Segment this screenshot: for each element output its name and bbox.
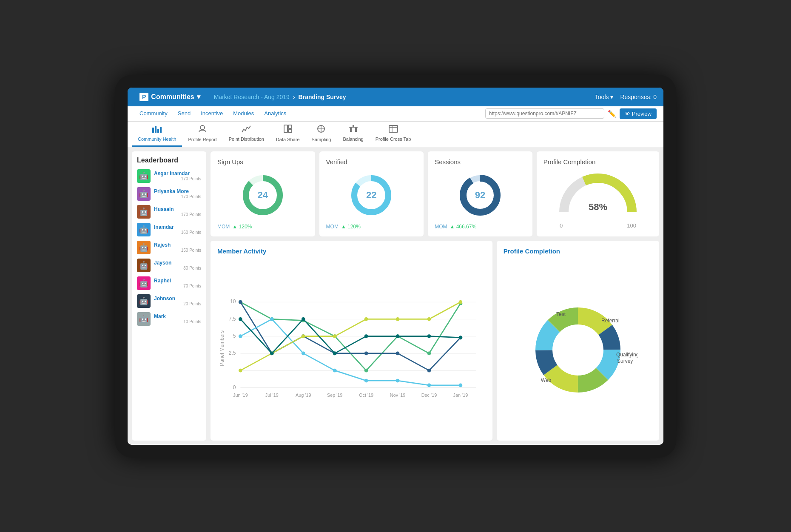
list-item: 🤖 Rajesh 150 Points: [137, 241, 201, 254]
svg-point-78: [270, 351, 274, 355]
svg-text:Jul '19: Jul '19: [265, 393, 279, 398]
gauge-title: Profile Completion: [543, 158, 652, 165]
balancing-icon: [349, 125, 358, 135]
leader-points: 170 Points: [154, 176, 201, 181]
edit-icon[interactable]: ✏️: [608, 110, 616, 118]
nav-analytics[interactable]: Analytics: [259, 106, 291, 121]
verified-mom[interactable]: MOM: [326, 224, 339, 230]
svg-text:5: 5: [233, 333, 236, 339]
svg-rect-14: [353, 125, 354, 127]
svg-rect-3: [160, 127, 162, 133]
svg-rect-5: [284, 125, 287, 133]
signups-trend: ▲ 120%: [232, 224, 252, 230]
breadcrumb-link[interactable]: Market Research - Aug 2019: [214, 94, 290, 100]
nav-modules[interactable]: Modules: [228, 106, 259, 121]
tab-community-health-label: Community Health: [138, 137, 176, 142]
svg-point-73: [364, 317, 368, 321]
list-item: 🤖 Inamdar 160 Points: [137, 223, 201, 236]
gauge-min: 0: [560, 222, 563, 229]
svg-text:Dec '19: Dec '19: [421, 393, 437, 398]
svg-point-57: [364, 351, 368, 355]
gauge-max: 100: [627, 222, 636, 229]
leader-points: 170 Points: [154, 212, 201, 217]
tab-data-share-label: Data Share: [276, 137, 300, 142]
gauge-labels: 0 100: [560, 222, 636, 229]
svg-rect-11: [349, 127, 358, 128]
stats-row: Sign Ups 24 MOM ▲ 120%: [211, 151, 659, 236]
leader-points: 70 Points: [154, 284, 201, 288]
eye-icon: 👁: [625, 111, 630, 117]
svg-point-62: [270, 317, 274, 321]
verified-card: Verified 22 MOM ▲ 120%: [319, 151, 424, 236]
sessions-mom[interactable]: MOM: [435, 224, 447, 230]
svg-point-89: [555, 327, 601, 373]
svg-text:Referral: Referral: [601, 318, 620, 324]
verified-title: Verified: [326, 158, 417, 165]
chart-title: Member Activity: [217, 248, 486, 255]
list-item: 🤖 Raphel 70 Points: [137, 276, 201, 290]
avatar: 🤖: [137, 187, 151, 201]
svg-rect-13: [355, 128, 357, 132]
profile-completion-donut-card: Profile Completion: [497, 241, 659, 441]
tab-sampling[interactable]: Sampling: [306, 121, 337, 147]
avatar: 🤖: [137, 241, 151, 254]
svg-text:Web: Web: [541, 377, 552, 383]
svg-point-75: [427, 317, 431, 321]
verified-trend: ▲ 120%: [341, 224, 361, 230]
breadcrumb: Market Research - Aug 2019 › Branding Su…: [214, 94, 595, 100]
tab-point-distribution[interactable]: Point Distribution: [223, 121, 270, 147]
community-health-icon: [152, 125, 162, 135]
tab-community-health[interactable]: Community Health: [132, 121, 182, 147]
profile-donut-container: Test Referral Qualifying Survey Web: [504, 258, 652, 434]
data-share-icon: [284, 125, 292, 135]
svg-point-49: [364, 368, 368, 372]
profile-completion-gauge-card: Profile Completion 58% 0 1: [537, 151, 659, 236]
leader-points: 150 Points: [154, 248, 201, 253]
tab-balancing[interactable]: Balancing: [337, 121, 369, 147]
verified-value: 22: [366, 190, 376, 201]
nav-community[interactable]: Community: [134, 106, 173, 121]
signups-mom[interactable]: MOM: [217, 224, 230, 230]
nav-incentive[interactable]: Incentive: [196, 106, 228, 121]
sessions-trend: ▲ 466.67%: [450, 224, 476, 230]
device-frame: P Communities ▾ Market Research - Aug 20…: [115, 75, 676, 458]
signups-card: Sign Ups 24 MOM ▲ 120%: [211, 151, 315, 236]
svg-point-67: [427, 383, 431, 387]
nav-send[interactable]: Send: [173, 106, 196, 121]
avatar: 🤖: [137, 276, 151, 290]
sessions-card: Sessions 92 MOM ▲ 466.67%: [428, 151, 532, 236]
communities-button[interactable]: P Communities ▾: [134, 90, 205, 104]
tab-profile-report-label: Profile Report: [188, 137, 216, 142]
url-input[interactable]: [485, 108, 604, 119]
tab-profile-cross-tab[interactable]: Profile Cross Tab: [370, 121, 417, 147]
sampling-icon: [317, 125, 325, 135]
avatar: 🤖: [137, 294, 151, 308]
tab-sampling-label: Sampling: [312, 137, 331, 142]
tools-button[interactable]: Tools ▾: [595, 94, 614, 100]
point-distribution-icon: [242, 125, 251, 135]
svg-point-77: [239, 317, 242, 321]
svg-point-59: [427, 368, 431, 372]
svg-point-81: [364, 334, 368, 338]
svg-point-58: [396, 351, 400, 355]
verified-donut: 22: [326, 169, 417, 222]
svg-text:Panel Members: Panel Members: [219, 330, 225, 366]
svg-point-64: [333, 368, 337, 372]
preview-button[interactable]: 👁 Preview: [620, 108, 657, 119]
top-right: Tools ▾ Responses: 0: [595, 94, 657, 100]
svg-point-65: [364, 378, 368, 382]
signups-value: 24: [258, 190, 268, 201]
right-panel: Sign Ups 24 MOM ▲ 120%: [211, 151, 659, 441]
svg-text:2.5: 2.5: [229, 350, 236, 356]
avatar: 🤖: [137, 312, 151, 326]
tab-profile-report[interactable]: Profile Report: [182, 121, 222, 147]
tab-data-share[interactable]: Data Share: [270, 121, 306, 147]
leader-name: Raphel: [154, 278, 201, 284]
sessions-footer: MOM ▲ 466.67%: [435, 224, 526, 230]
profile-report-icon: [198, 125, 207, 135]
leader-name: Hussain: [154, 206, 201, 212]
leader-points: 160 Points: [154, 230, 201, 235]
svg-point-71: [302, 334, 305, 338]
svg-point-4: [200, 125, 205, 130]
sec-nav-right: ✏️ 👁 Preview: [485, 108, 657, 119]
